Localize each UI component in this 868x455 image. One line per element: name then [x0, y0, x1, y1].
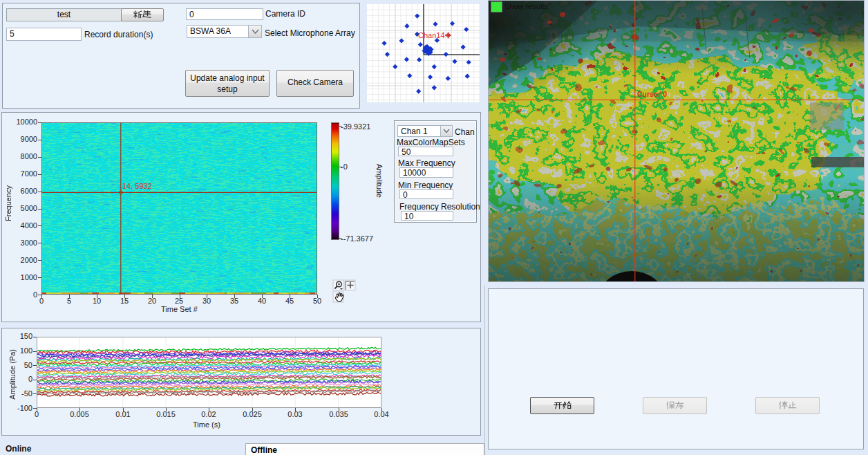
svg-text:Chan14: Chan14 [418, 31, 445, 39]
svg-text:14, 5932: 14, 5932 [122, 182, 152, 190]
svg-text:Show results: Show results [504, 2, 548, 10]
svg-text:Cursor 0: Cursor 0 [637, 90, 667, 98]
